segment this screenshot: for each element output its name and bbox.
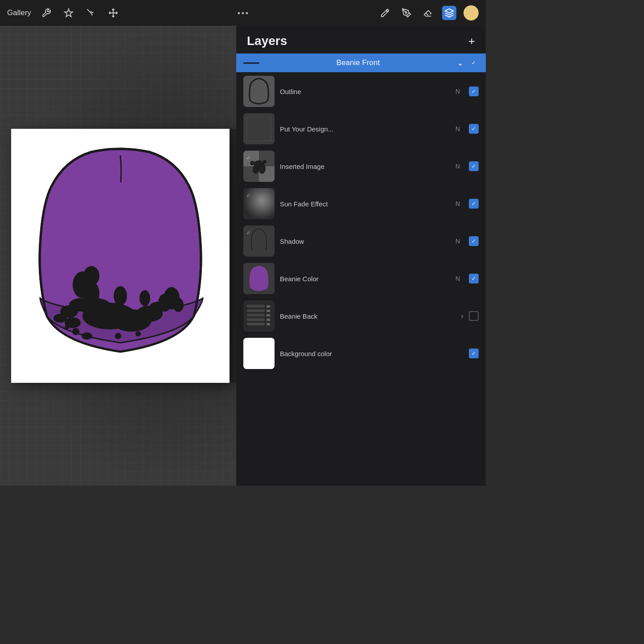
layer-row[interactable]: Outline N bbox=[240, 73, 482, 110]
toolbar-right bbox=[378, 5, 479, 21]
svg-rect-45 bbox=[247, 309, 265, 312]
layer-blend-shadow: N bbox=[455, 238, 460, 245]
layer-thumbnail-fade: ↲ bbox=[243, 188, 275, 219]
group-name-label: Beanie Front bbox=[265, 58, 451, 67]
layers-icon[interactable] bbox=[442, 6, 456, 20]
svg-point-33 bbox=[258, 163, 266, 174]
group-line-icon bbox=[243, 62, 259, 64]
layers-title: Layers bbox=[247, 34, 287, 48]
svg-point-22 bbox=[115, 333, 121, 339]
avatar[interactable] bbox=[464, 5, 479, 21]
more-options[interactable] bbox=[238, 12, 248, 14]
pen-icon[interactable] bbox=[399, 6, 414, 20]
canvas-paper bbox=[11, 129, 230, 383]
layers-header: Layers + bbox=[236, 26, 486, 53]
layer-checkbox-color[interactable] bbox=[469, 274, 479, 283]
smudge-icon[interactable] bbox=[84, 6, 98, 20]
svg-rect-53 bbox=[267, 323, 270, 325]
svg-point-23 bbox=[82, 332, 92, 340]
layer-thumbnail-group bbox=[243, 300, 275, 332]
svg-text:↲: ↲ bbox=[246, 230, 250, 236]
magic-icon[interactable] bbox=[62, 6, 76, 20]
layer-name-design: Put Your Design... bbox=[280, 125, 450, 133]
svg-rect-46 bbox=[247, 314, 265, 316]
svg-point-20 bbox=[65, 325, 69, 329]
svg-point-19 bbox=[72, 328, 79, 335]
svg-point-15 bbox=[53, 314, 67, 323]
layer-name-color: Beanie Color bbox=[280, 275, 450, 283]
toolbar: Gallery bbox=[0, 0, 486, 26]
group-checkbox[interactable] bbox=[469, 58, 479, 68]
layer-name-fade: Sun Fade Effect bbox=[280, 200, 450, 208]
group-chevron-icon[interactable]: ⌄ bbox=[457, 58, 464, 68]
svg-point-18 bbox=[173, 298, 184, 312]
group-arrow-icon[interactable]: › bbox=[461, 312, 464, 321]
wrench-icon[interactable] bbox=[39, 6, 53, 20]
layers-panel: Layers + Beanie Front ⌄ Outline N bbox=[236, 26, 486, 486]
layer-name-shadow: Shadow bbox=[280, 238, 450, 245]
toolbar-center bbox=[238, 12, 248, 14]
svg-text:↲: ↲ bbox=[246, 192, 250, 198]
brush-icon[interactable] bbox=[378, 6, 392, 20]
layer-name-outline: Outline bbox=[280, 88, 450, 95]
svg-rect-52 bbox=[267, 319, 270, 321]
layer-row[interactable]: ↲ Shadow N bbox=[240, 223, 482, 259]
layer-name-image: Inserted Image bbox=[280, 163, 450, 170]
svg-point-21 bbox=[135, 331, 141, 336]
layer-blend-image: N bbox=[455, 163, 460, 170]
svg-text:↲: ↲ bbox=[246, 155, 250, 161]
svg-rect-44 bbox=[247, 305, 265, 308]
svg-point-11 bbox=[139, 290, 150, 306]
svg-rect-54 bbox=[243, 338, 275, 369]
add-layer-button[interactable]: + bbox=[468, 35, 475, 47]
layer-blend-color: N bbox=[455, 275, 460, 282]
beanie-front-group-header[interactable]: Beanie Front ⌄ bbox=[236, 53, 486, 72]
svg-rect-50 bbox=[267, 310, 270, 312]
layer-checkbox-fade[interactable] bbox=[469, 199, 479, 209]
layer-blend-design: N bbox=[455, 125, 460, 132]
layer-row[interactable]: Background color bbox=[240, 335, 482, 372]
svg-rect-24 bbox=[243, 76, 275, 107]
layer-thumbnail-bg bbox=[243, 338, 275, 369]
svg-point-35 bbox=[250, 161, 254, 165]
layer-blend-outline: N bbox=[455, 88, 460, 95]
layer-blend-fade: N bbox=[455, 200, 460, 207]
layer-thumbnail-image: ↲ bbox=[243, 151, 275, 182]
layer-thumbnail-design bbox=[243, 113, 275, 144]
layer-thumbnail-color bbox=[243, 263, 275, 294]
layer-checkbox-shadow[interactable] bbox=[469, 236, 479, 246]
layer-row[interactable]: ↲ Sun Fade Effect N bbox=[240, 185, 482, 222]
gallery-button[interactable]: Gallery bbox=[7, 8, 31, 17]
layer-row[interactable]: Beanie Color N bbox=[240, 260, 482, 297]
svg-rect-47 bbox=[247, 318, 265, 321]
layer-row[interactable]: ↲ Inserted Image N bbox=[240, 148, 482, 185]
arrow-icon[interactable] bbox=[106, 6, 120, 20]
layer-thumbnail-shadow: ↲ bbox=[243, 226, 275, 257]
layer-checkbox-design[interactable] bbox=[469, 124, 479, 134]
eraser-icon[interactable] bbox=[421, 6, 435, 20]
svg-point-10 bbox=[114, 286, 127, 306]
svg-point-34 bbox=[253, 165, 259, 174]
svg-point-36 bbox=[263, 160, 267, 164]
layer-thumbnail-outline bbox=[243, 76, 275, 107]
layer-row[interactable]: Put Your Design... N bbox=[240, 111, 482, 147]
svg-rect-49 bbox=[267, 305, 270, 308]
beanie-artwork bbox=[11, 129, 230, 383]
svg-rect-25 bbox=[243, 113, 275, 144]
svg-rect-48 bbox=[247, 323, 265, 325]
layer-name-back: Beanie Back bbox=[280, 312, 455, 320]
layer-row[interactable]: Beanie Back › bbox=[240, 298, 482, 334]
svg-rect-51 bbox=[267, 314, 270, 316]
layer-checkbox-outline[interactable] bbox=[469, 86, 479, 96]
svg-point-13 bbox=[83, 266, 99, 286]
layer-checkbox-image[interactable] bbox=[469, 161, 479, 171]
layer-checkbox-bg[interactable] bbox=[469, 349, 479, 358]
canvas-area bbox=[0, 26, 241, 486]
layer-checkbox-back[interactable] bbox=[469, 311, 479, 321]
layers-list: Outline N Put Your Design... N bbox=[236, 73, 486, 486]
layer-name-bg: Background color bbox=[280, 350, 455, 357]
svg-point-0 bbox=[405, 12, 407, 13]
toolbar-left: Gallery bbox=[7, 6, 120, 20]
